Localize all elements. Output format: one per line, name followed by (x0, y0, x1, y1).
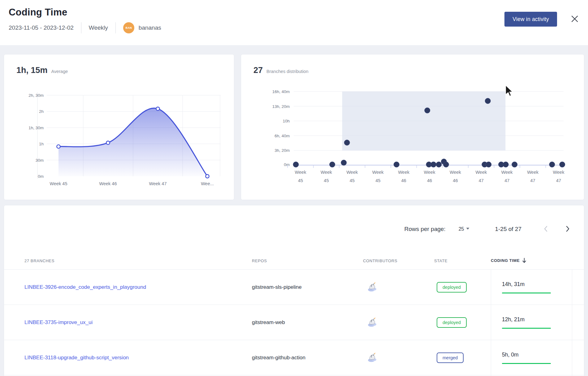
svg-text:30m: 30m (36, 158, 44, 163)
table-row: LINBEE-3118-upgrade_github-script_versio… (4, 340, 584, 375)
svg-text:0m: 0m (38, 174, 44, 179)
sort-desc-arrow-icon (522, 258, 526, 263)
svg-text:47: 47 (556, 178, 561, 183)
coding-time-cell: 12h, 21m (491, 305, 572, 340)
svg-text:1h, 30m: 1h, 30m (28, 126, 44, 130)
table-row: LINBEE-3735-improve_ux_ui gitstream-web … (4, 305, 584, 340)
column-header-coding-time[interactable]: CODING TIME (491, 258, 572, 263)
coding-time-value: 14h, 31m (502, 281, 572, 288)
svg-text:45: 45 (298, 178, 303, 183)
divider (81, 22, 81, 33)
svg-text:Week: Week (424, 170, 436, 175)
svg-text:Week: Week (398, 170, 410, 175)
close-icon (571, 15, 579, 23)
title-block: Coding Time 2023-11-05 - 2023-12-02 Week… (9, 7, 161, 33)
svg-text:1h: 1h (39, 142, 44, 146)
repo-name: gitstream-github-action (252, 355, 363, 361)
unicorn-avatar[interactable] (367, 352, 378, 363)
next-page-button[interactable] (564, 224, 572, 235)
svg-text:Week: Week (527, 170, 539, 175)
svg-text:13h, 20m: 13h, 20m (272, 104, 290, 109)
contributor-cell (363, 281, 434, 293)
svg-text:0m: 0m (284, 162, 290, 167)
close-button[interactable] (569, 14, 580, 25)
caret-down-icon (466, 228, 469, 230)
svg-text:2h: 2h (39, 109, 44, 114)
svg-text:10h: 10h (283, 119, 290, 123)
svg-text:Week: Week (295, 170, 307, 175)
branches-count: 27 (253, 66, 263, 75)
view-in-activity-button[interactable]: View in activity (504, 12, 557, 27)
repo-name: gitstream-web (252, 319, 363, 326)
svg-text:45: 45 (324, 178, 329, 183)
pagination-range: 1-25 of 27 (495, 226, 521, 233)
svg-text:Week: Week (321, 170, 332, 175)
user-name: bananas (139, 24, 161, 31)
column-header-contributors[interactable]: CONTRIBUTORS (363, 258, 434, 263)
contributor-cell (363, 316, 434, 329)
svg-text:Week: Week (372, 170, 384, 175)
chevron-right-icon (566, 226, 570, 232)
top-header: Coding Time 2023-11-05 - 2023-12-02 Week… (0, 0, 588, 45)
state-badge: deployed (437, 317, 467, 328)
svg-text:47: 47 (504, 178, 509, 183)
average-coding-time-card: 2h, 30m2h1h, 30m1h30m0mWeek 45Week 46Wee… (4, 54, 234, 200)
svg-text:16h, 40m: 16h, 40m (272, 89, 290, 94)
svg-text:2h, 30m: 2h, 30m (28, 93, 44, 98)
svg-text:Week 46: Week 46 (99, 181, 117, 186)
unicorn-avatar[interactable] (367, 281, 378, 292)
svg-text:Week: Week (450, 170, 461, 175)
mouse-cursor (506, 85, 512, 96)
svg-text:Week: Week (475, 170, 487, 175)
previous-page-button[interactable] (542, 224, 550, 235)
table-header-row: 27 BRANCHES REPOS CONTRIBUTORS STATE COD… (4, 239, 584, 270)
user-avatar: BAN (123, 22, 134, 33)
svg-text:46: 46 (453, 178, 458, 183)
branches-distribution-card: 16h, 40m13h, 20m10h6h, 40m3h, 20m0mWeek4… (241, 54, 584, 200)
coding-time-cell: 5h, 0m (491, 340, 572, 375)
svg-text:Week 45: Week 45 (50, 181, 67, 186)
coding-time-bar (502, 293, 551, 293)
coding-time-value: 5h, 0m (502, 352, 572, 358)
average-value: 1h, 15m (16, 66, 48, 75)
branch-link[interactable]: LINBEE-3118-upgrade_github-script_versio… (24, 355, 129, 361)
repo-name: gitstream-sls-pipeline (252, 284, 363, 290)
page-title: Coding Time (9, 7, 161, 18)
unicorn-avatar[interactable] (367, 316, 378, 327)
contributor-cell (363, 352, 434, 364)
svg-text:46: 46 (427, 178, 432, 183)
svg-text:Week: Week (346, 170, 358, 175)
column-header-branches[interactable]: 27 BRANCHES (24, 258, 252, 263)
average-label: Average (51, 69, 68, 74)
svg-text:6h, 40m: 6h, 40m (275, 134, 290, 138)
coding-time-bar (502, 363, 551, 364)
column-header-state[interactable]: STATE (434, 258, 491, 263)
date-range: 2023-11-05 - 2023-12-02 (9, 24, 74, 31)
svg-text:45: 45 (375, 178, 380, 183)
state-badge: merged (437, 352, 464, 363)
svg-text:Week: Week (501, 170, 513, 175)
table-body: LINBEE-3926-encode_code_experts_in_playg… (4, 270, 584, 376)
branch-link[interactable]: LINBEE-3735-improve_ux_ui (24, 319, 93, 325)
svg-text:3h, 20m: 3h, 20m (275, 148, 290, 153)
svg-text:46: 46 (401, 178, 406, 183)
rows-per-page-select[interactable]: 25 (459, 226, 470, 232)
pagination-bar: Rows per page: 25 1-25 of 27 (4, 220, 584, 239)
period-label: Weekly (89, 24, 108, 31)
branches-distribution-scatter-chart: 16h, 40m13h, 20m10h6h, 40m3h, 20m0mWeek4… (241, 54, 584, 200)
rows-per-page-value: 25 (459, 226, 464, 232)
rows-per-page-label: Rows per page: (404, 226, 446, 233)
coding-time-cell: 14h, 31m (491, 270, 572, 305)
branch-link[interactable]: LINBEE-3926-encode_code_experts_in_playg… (24, 284, 146, 290)
state-badge: deployed (437, 282, 467, 293)
divider (115, 22, 116, 33)
svg-text:47: 47 (479, 178, 484, 183)
coding-time-line-chart: 2h, 30m2h1h, 30m1h30m0mWeek 45Week 46Wee… (4, 54, 234, 200)
column-header-repos[interactable]: REPOS (252, 258, 363, 263)
svg-text:Week 47: Week 47 (149, 181, 167, 186)
svg-text:Week: Week (553, 170, 565, 175)
coding-time-value: 12h, 21m (502, 316, 572, 323)
svg-text:45: 45 (350, 178, 355, 183)
svg-text:47: 47 (530, 178, 535, 183)
branches-distribution-label: Branches distribution (266, 69, 308, 74)
